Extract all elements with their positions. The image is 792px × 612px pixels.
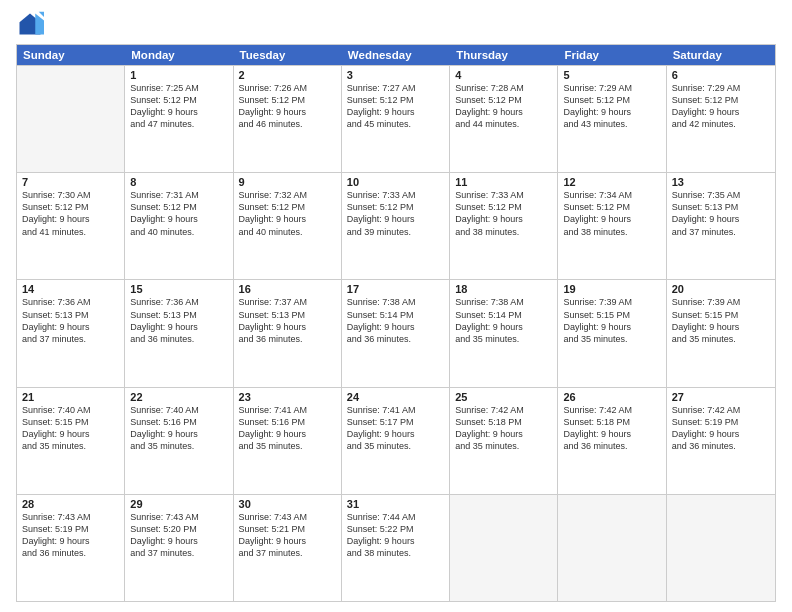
day-number: 18	[455, 283, 552, 295]
calendar-cell-day-13: 13Sunrise: 7:35 AM Sunset: 5:13 PM Dayli…	[667, 173, 775, 279]
cell-info: Sunrise: 7:29 AM Sunset: 5:12 PM Dayligh…	[563, 82, 660, 131]
cell-info: Sunrise: 7:36 AM Sunset: 5:13 PM Dayligh…	[22, 296, 119, 345]
cell-info: Sunrise: 7:36 AM Sunset: 5:13 PM Dayligh…	[130, 296, 227, 345]
day-number: 23	[239, 391, 336, 403]
cell-info: Sunrise: 7:26 AM Sunset: 5:12 PM Dayligh…	[239, 82, 336, 131]
day-number: 10	[347, 176, 444, 188]
calendar-row-3: 14Sunrise: 7:36 AM Sunset: 5:13 PM Dayli…	[17, 279, 775, 386]
day-number: 17	[347, 283, 444, 295]
cell-info: Sunrise: 7:43 AM Sunset: 5:19 PM Dayligh…	[22, 511, 119, 560]
logo-icon	[16, 10, 44, 38]
cell-info: Sunrise: 7:42 AM Sunset: 5:18 PM Dayligh…	[455, 404, 552, 453]
page: SundayMondayTuesdayWednesdayThursdayFrid…	[0, 0, 792, 612]
calendar-cell-day-9: 9Sunrise: 7:32 AM Sunset: 5:12 PM Daylig…	[234, 173, 342, 279]
calendar-cell-day-16: 16Sunrise: 7:37 AM Sunset: 5:13 PM Dayli…	[234, 280, 342, 386]
calendar-cell-empty	[667, 495, 775, 601]
day-number: 30	[239, 498, 336, 510]
day-number: 9	[239, 176, 336, 188]
day-number: 24	[347, 391, 444, 403]
calendar-cell-day-31: 31Sunrise: 7:44 AM Sunset: 5:22 PM Dayli…	[342, 495, 450, 601]
cell-info: Sunrise: 7:35 AM Sunset: 5:13 PM Dayligh…	[672, 189, 770, 238]
cell-info: Sunrise: 7:32 AM Sunset: 5:12 PM Dayligh…	[239, 189, 336, 238]
calendar-cell-day-27: 27Sunrise: 7:42 AM Sunset: 5:19 PM Dayli…	[667, 388, 775, 494]
calendar-cell-day-17: 17Sunrise: 7:38 AM Sunset: 5:14 PM Dayli…	[342, 280, 450, 386]
calendar-body: 1Sunrise: 7:25 AM Sunset: 5:12 PM Daylig…	[17, 65, 775, 601]
day-number: 1	[130, 69, 227, 81]
calendar-cell-day-23: 23Sunrise: 7:41 AM Sunset: 5:16 PM Dayli…	[234, 388, 342, 494]
calendar-cell-day-24: 24Sunrise: 7:41 AM Sunset: 5:17 PM Dayli…	[342, 388, 450, 494]
cell-info: Sunrise: 7:41 AM Sunset: 5:17 PM Dayligh…	[347, 404, 444, 453]
day-number: 2	[239, 69, 336, 81]
calendar-cell-day-2: 2Sunrise: 7:26 AM Sunset: 5:12 PM Daylig…	[234, 66, 342, 172]
calendar-row-4: 21Sunrise: 7:40 AM Sunset: 5:15 PM Dayli…	[17, 387, 775, 494]
calendar-cell-day-18: 18Sunrise: 7:38 AM Sunset: 5:14 PM Dayli…	[450, 280, 558, 386]
calendar-cell-day-15: 15Sunrise: 7:36 AM Sunset: 5:13 PM Dayli…	[125, 280, 233, 386]
calendar-cell-day-26: 26Sunrise: 7:42 AM Sunset: 5:18 PM Dayli…	[558, 388, 666, 494]
calendar-cell-day-21: 21Sunrise: 7:40 AM Sunset: 5:15 PM Dayli…	[17, 388, 125, 494]
header-day-wednesday: Wednesday	[342, 45, 450, 65]
cell-info: Sunrise: 7:34 AM Sunset: 5:12 PM Dayligh…	[563, 189, 660, 238]
calendar-cell-day-5: 5Sunrise: 7:29 AM Sunset: 5:12 PM Daylig…	[558, 66, 666, 172]
cell-info: Sunrise: 7:41 AM Sunset: 5:16 PM Dayligh…	[239, 404, 336, 453]
header	[16, 10, 776, 38]
header-day-saturday: Saturday	[667, 45, 775, 65]
day-number: 22	[130, 391, 227, 403]
day-number: 12	[563, 176, 660, 188]
calendar-row-2: 7Sunrise: 7:30 AM Sunset: 5:12 PM Daylig…	[17, 172, 775, 279]
calendar-cell-empty	[17, 66, 125, 172]
cell-info: Sunrise: 7:30 AM Sunset: 5:12 PM Dayligh…	[22, 189, 119, 238]
cell-info: Sunrise: 7:43 AM Sunset: 5:20 PM Dayligh…	[130, 511, 227, 560]
cell-info: Sunrise: 7:40 AM Sunset: 5:15 PM Dayligh…	[22, 404, 119, 453]
day-number: 3	[347, 69, 444, 81]
day-number: 7	[22, 176, 119, 188]
calendar-cell-day-8: 8Sunrise: 7:31 AM Sunset: 5:12 PM Daylig…	[125, 173, 233, 279]
cell-info: Sunrise: 7:39 AM Sunset: 5:15 PM Dayligh…	[672, 296, 770, 345]
cell-info: Sunrise: 7:33 AM Sunset: 5:12 PM Dayligh…	[347, 189, 444, 238]
day-number: 28	[22, 498, 119, 510]
header-day-tuesday: Tuesday	[234, 45, 342, 65]
cell-info: Sunrise: 7:42 AM Sunset: 5:19 PM Dayligh…	[672, 404, 770, 453]
svg-marker-1	[35, 14, 44, 35]
calendar-cell-day-25: 25Sunrise: 7:42 AM Sunset: 5:18 PM Dayli…	[450, 388, 558, 494]
calendar-cell-day-1: 1Sunrise: 7:25 AM Sunset: 5:12 PM Daylig…	[125, 66, 233, 172]
cell-info: Sunrise: 7:29 AM Sunset: 5:12 PM Dayligh…	[672, 82, 770, 131]
cell-info: Sunrise: 7:40 AM Sunset: 5:16 PM Dayligh…	[130, 404, 227, 453]
calendar-row-5: 28Sunrise: 7:43 AM Sunset: 5:19 PM Dayli…	[17, 494, 775, 601]
day-number: 25	[455, 391, 552, 403]
calendar-cell-day-14: 14Sunrise: 7:36 AM Sunset: 5:13 PM Dayli…	[17, 280, 125, 386]
calendar-cell-day-29: 29Sunrise: 7:43 AM Sunset: 5:20 PM Dayli…	[125, 495, 233, 601]
cell-info: Sunrise: 7:38 AM Sunset: 5:14 PM Dayligh…	[455, 296, 552, 345]
cell-info: Sunrise: 7:37 AM Sunset: 5:13 PM Dayligh…	[239, 296, 336, 345]
calendar-cell-day-6: 6Sunrise: 7:29 AM Sunset: 5:12 PM Daylig…	[667, 66, 775, 172]
calendar-cell-day-12: 12Sunrise: 7:34 AM Sunset: 5:12 PM Dayli…	[558, 173, 666, 279]
day-number: 4	[455, 69, 552, 81]
calendar-cell-day-11: 11Sunrise: 7:33 AM Sunset: 5:12 PM Dayli…	[450, 173, 558, 279]
calendar-header: SundayMondayTuesdayWednesdayThursdayFrid…	[17, 45, 775, 65]
cell-info: Sunrise: 7:33 AM Sunset: 5:12 PM Dayligh…	[455, 189, 552, 238]
cell-info: Sunrise: 7:27 AM Sunset: 5:12 PM Dayligh…	[347, 82, 444, 131]
day-number: 14	[22, 283, 119, 295]
calendar: SundayMondayTuesdayWednesdayThursdayFrid…	[16, 44, 776, 602]
svg-marker-2	[39, 12, 44, 17]
calendar-cell-empty	[450, 495, 558, 601]
day-number: 5	[563, 69, 660, 81]
calendar-cell-day-7: 7Sunrise: 7:30 AM Sunset: 5:12 PM Daylig…	[17, 173, 125, 279]
cell-info: Sunrise: 7:38 AM Sunset: 5:14 PM Dayligh…	[347, 296, 444, 345]
calendar-cell-empty	[558, 495, 666, 601]
cell-info: Sunrise: 7:44 AM Sunset: 5:22 PM Dayligh…	[347, 511, 444, 560]
cell-info: Sunrise: 7:25 AM Sunset: 5:12 PM Dayligh…	[130, 82, 227, 131]
calendar-cell-day-20: 20Sunrise: 7:39 AM Sunset: 5:15 PM Dayli…	[667, 280, 775, 386]
day-number: 11	[455, 176, 552, 188]
cell-info: Sunrise: 7:31 AM Sunset: 5:12 PM Dayligh…	[130, 189, 227, 238]
header-day-sunday: Sunday	[17, 45, 125, 65]
cell-info: Sunrise: 7:42 AM Sunset: 5:18 PM Dayligh…	[563, 404, 660, 453]
logo	[16, 10, 48, 38]
cell-info: Sunrise: 7:43 AM Sunset: 5:21 PM Dayligh…	[239, 511, 336, 560]
cell-info: Sunrise: 7:39 AM Sunset: 5:15 PM Dayligh…	[563, 296, 660, 345]
day-number: 19	[563, 283, 660, 295]
day-number: 26	[563, 391, 660, 403]
calendar-cell-day-3: 3Sunrise: 7:27 AM Sunset: 5:12 PM Daylig…	[342, 66, 450, 172]
day-number: 8	[130, 176, 227, 188]
calendar-cell-day-22: 22Sunrise: 7:40 AM Sunset: 5:16 PM Dayli…	[125, 388, 233, 494]
day-number: 6	[672, 69, 770, 81]
